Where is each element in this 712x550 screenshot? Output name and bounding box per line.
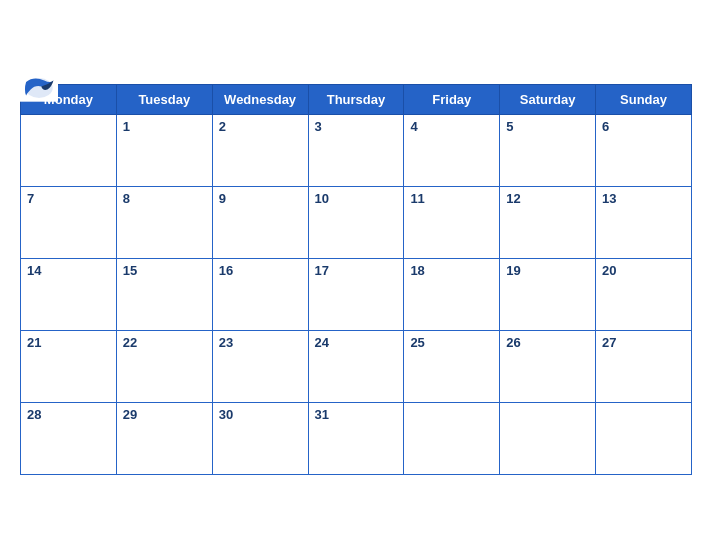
calendar-cell: 11	[404, 186, 500, 258]
day-number: 13	[602, 191, 685, 206]
day-number: 28	[27, 407, 110, 422]
day-number: 3	[315, 119, 398, 134]
day-number: 8	[123, 191, 206, 206]
calendar-cell: 12	[500, 186, 596, 258]
day-number: 1	[123, 119, 206, 134]
week-row-2: 14151617181920	[21, 258, 692, 330]
weekday-header-saturday: Saturday	[500, 84, 596, 114]
week-row-4: 28293031	[21, 402, 692, 474]
day-number: 4	[410, 119, 493, 134]
day-number: 6	[602, 119, 685, 134]
calendar-cell: 1	[116, 114, 212, 186]
day-number: 2	[219, 119, 302, 134]
calendar-cell: 7	[21, 186, 117, 258]
logo	[20, 74, 58, 103]
day-number: 31	[315, 407, 398, 422]
calendar-cell: 27	[596, 330, 692, 402]
calendar-cell	[596, 402, 692, 474]
weekday-header-friday: Friday	[404, 84, 500, 114]
calendar-cell: 24	[308, 330, 404, 402]
day-number: 14	[27, 263, 110, 278]
calendar-cell: 6	[596, 114, 692, 186]
day-number: 21	[27, 335, 110, 350]
calendar-thead: MondayTuesdayWednesdayThursdayFridaySatu…	[21, 84, 692, 114]
day-number: 30	[219, 407, 302, 422]
calendar-cell: 20	[596, 258, 692, 330]
calendar-tbody: 1234567891011121314151617181920212223242…	[21, 114, 692, 474]
weekday-header-row: MondayTuesdayWednesdayThursdayFridaySatu…	[21, 84, 692, 114]
calendar-cell: 25	[404, 330, 500, 402]
day-number: 25	[410, 335, 493, 350]
weekday-header-thursday: Thursday	[308, 84, 404, 114]
week-row-1: 78910111213	[21, 186, 692, 258]
day-number: 27	[602, 335, 685, 350]
day-number: 11	[410, 191, 493, 206]
day-number: 22	[123, 335, 206, 350]
calendar-cell: 19	[500, 258, 596, 330]
day-number: 23	[219, 335, 302, 350]
day-number: 12	[506, 191, 589, 206]
calendar-cell: 17	[308, 258, 404, 330]
calendar-cell	[404, 402, 500, 474]
calendar-cell: 2	[212, 114, 308, 186]
calendar-cell: 8	[116, 186, 212, 258]
calendar-cell: 28	[21, 402, 117, 474]
day-number: 29	[123, 407, 206, 422]
calendar-table: MondayTuesdayWednesdayThursdayFridaySatu…	[20, 84, 692, 475]
calendar-wrapper: MondayTuesdayWednesdayThursdayFridaySatu…	[0, 56, 712, 495]
calendar-cell	[21, 114, 117, 186]
calendar-cell: 16	[212, 258, 308, 330]
day-number: 9	[219, 191, 302, 206]
day-number: 26	[506, 335, 589, 350]
day-number: 10	[315, 191, 398, 206]
calendar-cell: 22	[116, 330, 212, 402]
day-number: 5	[506, 119, 589, 134]
calendar-cell: 9	[212, 186, 308, 258]
logo-icon	[20, 74, 58, 102]
week-row-0: 123456	[21, 114, 692, 186]
calendar-cell: 14	[21, 258, 117, 330]
day-number: 20	[602, 263, 685, 278]
weekday-header-tuesday: Tuesday	[116, 84, 212, 114]
calendar-cell: 5	[500, 114, 596, 186]
weekday-header-sunday: Sunday	[596, 84, 692, 114]
day-number: 7	[27, 191, 110, 206]
calendar-cell: 30	[212, 402, 308, 474]
day-number: 16	[219, 263, 302, 278]
calendar-cell: 10	[308, 186, 404, 258]
week-row-3: 21222324252627	[21, 330, 692, 402]
calendar-cell: 29	[116, 402, 212, 474]
calendar-cell: 3	[308, 114, 404, 186]
calendar-cell: 23	[212, 330, 308, 402]
weekday-header-wednesday: Wednesday	[212, 84, 308, 114]
calendar-cell: 31	[308, 402, 404, 474]
day-number: 24	[315, 335, 398, 350]
day-number: 18	[410, 263, 493, 278]
day-number: 15	[123, 263, 206, 278]
day-number: 19	[506, 263, 589, 278]
calendar-cell	[500, 402, 596, 474]
calendar-cell: 15	[116, 258, 212, 330]
calendar-cell: 13	[596, 186, 692, 258]
calendar-cell: 4	[404, 114, 500, 186]
calendar-cell: 26	[500, 330, 596, 402]
day-number: 17	[315, 263, 398, 278]
calendar-cell: 18	[404, 258, 500, 330]
calendar-cell: 21	[21, 330, 117, 402]
